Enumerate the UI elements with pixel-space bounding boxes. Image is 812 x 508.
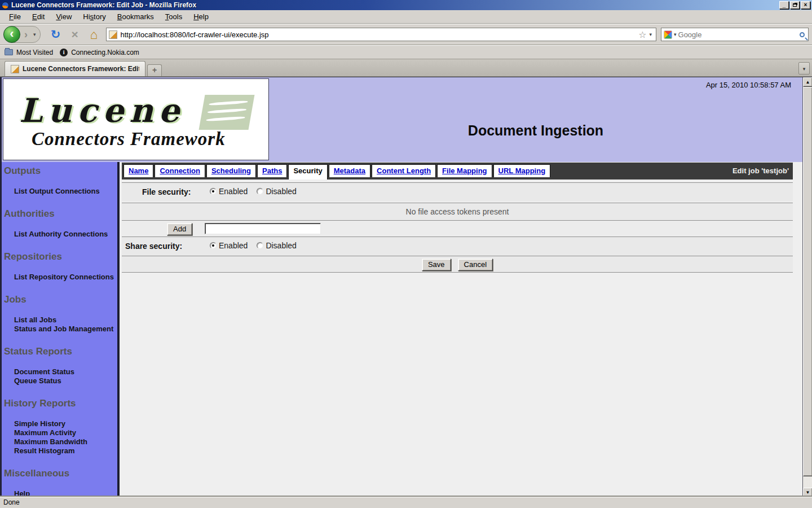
sidebar-link-list-all-jobs[interactable]: List all Jobs [14,316,117,325]
sidebar-section-repositories: RepositoriesList Repository Connections [2,251,117,282]
bookmark-most-visited[interactable]: Most Visited [3,47,59,58]
menu-item-help[interactable]: Help [188,11,214,23]
lcf-logo: Lucene Connectors Framework [3,78,269,160]
job-tab-connection[interactable]: Connection [155,164,205,177]
sidebar-heading: Outputs [4,165,117,177]
navigation-toolbar: ‹ › ▾ ↻ × ⌂ ☆ ▾ ▾ [0,24,812,45]
sidebar-link-maximum-bandwidth[interactable]: Maximum Bandwidth [14,437,117,446]
stop-button[interactable]: × [65,28,85,41]
sidebar-section-history-reports: History ReportsSimple HistoryMaximum Act… [2,398,117,456]
tab-favicon [11,65,19,73]
tokens-row: No file access tokens present [122,203,793,220]
menu-item-history[interactable]: History [77,11,111,23]
file-security-enabled-label: Enabled [219,187,248,196]
file-security-enabled-radio[interactable] [210,188,217,195]
forward-button[interactable]: › [20,29,32,41]
search-magnifier-icon[interactable] [800,32,805,37]
home-button[interactable]: ⌂ [85,27,104,42]
file-security-disabled-radio[interactable] [257,188,263,195]
menu-item-edit[interactable]: Edit [27,11,50,23]
firefox-icon [2,2,9,9]
job-tab-paths[interactable]: Paths [257,164,287,177]
share-security-disabled-label: Disabled [266,241,296,250]
job-tab-file-mapping[interactable]: File Mapping [437,164,492,177]
file-security-enabled-option[interactable]: Enabled [210,187,248,196]
share-security-enabled-label: Enabled [219,241,248,250]
job-tab-scheduling[interactable]: Scheduling [206,164,256,177]
sidebar-section-outputs: OutputsList Output Connections [2,165,117,196]
file-security-disabled-label: Disabled [266,187,296,196]
add-token-button[interactable]: Add [167,223,192,235]
logo-document-icon [199,95,255,130]
scrollbar-thumb[interactable] [803,87,812,476]
page-header: Lucene Connectors Framework Apr 15, 2010… [2,77,802,162]
sidebar-link-maximum-activity[interactable]: Maximum Activity [14,428,117,437]
web-page: Lucene Connectors Framework Apr 15, 2010… [0,77,802,497]
scroll-down-button[interactable]: ▼ [803,488,812,497]
sidebar-link-document-status[interactable]: Document Status [14,367,117,376]
restore-button[interactable] [790,1,800,9]
minimize-button[interactable]: _ [779,1,789,9]
form-buttons-row: Save Cancel [122,256,793,273]
sidebar-link-list-authority-connections[interactable]: List Authority Connections [14,230,117,239]
restore-icon [793,3,797,7]
cancel-button[interactable]: Cancel [458,259,493,271]
bookmark-label: Most Visited [16,49,53,56]
job-tab-bar: NameConnectionSchedulingPathsSecurityMet… [122,163,793,179]
info-icon: i [60,49,68,56]
menu-item-bookmarks[interactable]: Bookmarks [112,11,160,23]
save-button[interactable]: Save [422,259,451,271]
job-tab-metadata[interactable]: Metadata [329,164,370,177]
sidebar-link-list-output-connections[interactable]: List Output Connections [14,187,117,196]
share-security-radio-group: EnabledDisabled [210,241,306,250]
tab-list-button[interactable]: ▾ [798,62,810,75]
sidebar-link-list-repository-connections[interactable]: List Repository Connections [14,273,117,282]
share-security-disabled-option[interactable]: Disabled [257,241,296,250]
new-tab-button[interactable]: + [147,64,162,76]
url-input[interactable] [121,30,638,39]
logo-subtitle: Connectors Framework [32,129,226,150]
tab-title: Lucene Connectors Framework: Edit ... [23,65,139,73]
sidebar-link-simple-history[interactable]: Simple History [14,419,117,428]
search-input[interactable] [678,30,800,39]
reload-button[interactable]: ↻ [46,28,65,41]
status-bar: Done [0,497,812,508]
security-form: File security: EnabledDisabled No file a… [122,182,793,273]
history-dropdown-icon[interactable]: ▾ [32,32,38,37]
sidebar-nav: OutputsList Output ConnectionsAuthoritie… [2,162,120,497]
token-input[interactable] [205,223,321,234]
window-titlebar: Lucene Connectors Framework: Edit Job - … [0,0,812,10]
menu-item-view[interactable]: View [50,11,77,23]
job-tab-content-length[interactable]: Content Length [372,164,436,177]
browser-viewport: Lucene Connectors Framework Apr 15, 2010… [0,77,812,497]
sidebar-section-status-reports: Status ReportsDocument StatusQueue Statu… [2,346,117,386]
urlbar-dropdown-icon[interactable]: ▾ [647,32,654,37]
page-favicon [109,30,117,39]
sidebar-link-status-and-job-management[interactable]: Status and Job Management [14,325,117,334]
scroll-up-button[interactable]: ▲ [803,77,812,87]
folder-search-icon [5,49,13,55]
search-box: ▾ [661,28,809,41]
share-security-disabled-radio[interactable] [257,242,263,249]
share-security-enabled-option[interactable]: Enabled [210,241,248,250]
menu-item-tools[interactable]: Tools [160,11,188,23]
active-browser-tab[interactable]: Lucene Connectors Framework: Edit ... [5,61,145,76]
search-engine-dropdown-icon[interactable]: ▾ [672,32,678,37]
vertical-scrollbar[interactable]: ▲ ▼ [802,77,812,497]
sidebar-link-help[interactable]: Help [14,489,117,497]
back-button[interactable]: ‹ [3,26,20,43]
file-security-disabled-option[interactable]: Disabled [257,187,296,196]
bookmark-connecting-nokia-com[interactable]: iConnecting.Nokia.com [59,47,145,58]
menu-bar: FileEditViewHistoryBookmarksToolsHelp [0,10,812,24]
close-button[interactable]: × [801,1,810,9]
google-engine-icon[interactable] [664,30,672,39]
share-security-enabled-radio[interactable] [210,242,217,249]
job-tab-security[interactable]: Security [288,164,327,179]
sidebar-heading: Status Reports [4,346,117,357]
bookmark-star-icon[interactable]: ☆ [637,29,647,40]
job-tab-name[interactable]: Name [123,164,153,177]
menu-item-file[interactable]: File [3,11,27,23]
sidebar-link-result-histogram[interactable]: Result Histogram [14,446,117,456]
sidebar-link-queue-status[interactable]: Queue Status [14,376,117,386]
job-tab-url-mapping[interactable]: URL Mapping [493,164,551,177]
